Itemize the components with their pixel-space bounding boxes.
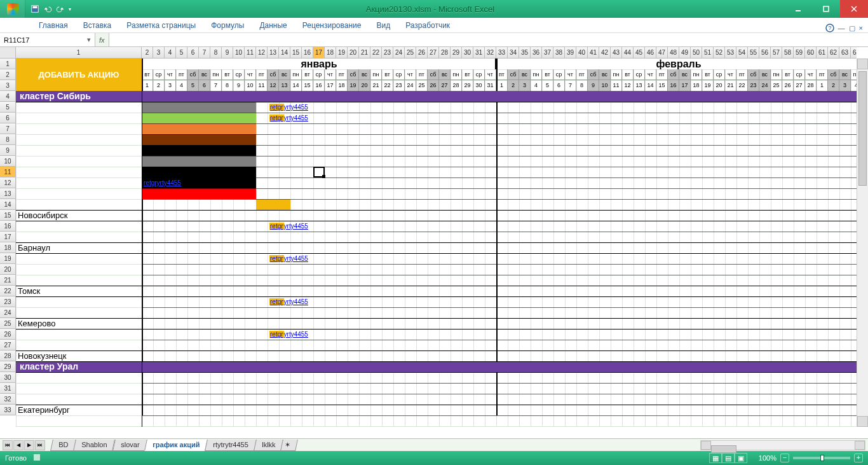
hscroll-thumb[interactable]	[711, 445, 736, 453]
promo-link[interactable]: retgryrty4455	[268, 253, 325, 264]
col-header[interactable]: 20	[348, 47, 359, 59]
zoom-thumb[interactable]	[820, 455, 824, 461]
col-header[interactable]: 35	[519, 47, 531, 59]
col-header[interactable]: 40	[576, 47, 588, 59]
close-button[interactable]	[840, 0, 868, 18]
col-header[interactable]: 43	[611, 47, 622, 59]
col-header[interactable]: 31	[473, 47, 485, 59]
promo-link[interactable]: retgryrty4455	[268, 102, 325, 113]
zoom-out-button[interactable]: −	[780, 454, 789, 462]
row-header[interactable]: 21	[0, 275, 16, 286]
col-header[interactable]: 44	[622, 47, 634, 59]
col-header[interactable]: 25	[405, 47, 416, 59]
col-header[interactable]: 36	[531, 47, 542, 59]
undo-icon[interactable]	[43, 4, 52, 13]
row-header[interactable]: 20	[0, 264, 16, 275]
row-header[interactable]: 26	[0, 329, 16, 340]
sheet-tab[interactable]: rtytrytr4455	[205, 440, 256, 451]
ribbon-tab-formulas[interactable]: Формулы	[204, 18, 251, 32]
redo-icon[interactable]	[56, 4, 65, 13]
col-header[interactable]: 17	[313, 47, 325, 59]
ribbon-tab-view[interactable]: Вид	[369, 18, 397, 32]
fx-button[interactable]: fx	[99, 36, 105, 44]
col-header[interactable]: 33	[496, 47, 508, 59]
ribbon-tab-review[interactable]: Рецензирование	[295, 18, 369, 32]
row-header[interactable]: 23	[0, 296, 16, 307]
maximize-button[interactable]	[812, 0, 840, 18]
sheet-tab[interactable]: график акций	[144, 440, 208, 451]
office-button[interactable]	[0, 0, 25, 18]
col-header[interactable]: 50	[691, 47, 702, 59]
select-all-corner[interactable]	[0, 47, 16, 59]
col-header[interactable]: 14	[279, 47, 290, 59]
col-header[interactable]: 39	[565, 47, 576, 59]
row-header[interactable]: 4	[0, 91, 16, 102]
ribbon-tab-data[interactable]: Данные	[252, 18, 294, 32]
view-pagebreak-button[interactable]: ▣	[735, 453, 747, 463]
col-header[interactable]: 38	[553, 47, 565, 59]
row-header[interactable]: 1	[0, 59, 16, 69]
col-header[interactable]: 1	[16, 47, 142, 59]
sheet-tab[interactable]: slovar	[112, 440, 147, 451]
row-header[interactable]: 29	[0, 361, 16, 372]
grid[interactable]: ДОБАВИТЬ АКЦИЮянварьфевральвт1ср2чт3пт4с…	[16, 59, 857, 427]
row-header[interactable]: 33	[0, 405, 16, 415]
col-header[interactable]: 58	[782, 47, 794, 59]
col-header[interactable]: 62	[828, 47, 839, 59]
row-header[interactable]: 11	[0, 167, 16, 177]
col-header[interactable]: 22	[370, 47, 382, 59]
row-header[interactable]: 25	[0, 318, 16, 329]
sheet-tab[interactable]: BD	[50, 440, 76, 451]
vertical-scrollbar[interactable]	[857, 59, 868, 427]
col-header[interactable]: 13	[268, 47, 279, 59]
zoom-slider[interactable]	[793, 457, 850, 459]
col-header[interactable]: 49	[679, 47, 691, 59]
col-header[interactable]: 56	[759, 47, 771, 59]
help-icon[interactable]: ?	[825, 24, 834, 32]
sheet-tab[interactable]: lklkk	[254, 440, 283, 451]
col-header[interactable]: 3	[153, 47, 165, 59]
ribbon-minimize-icon[interactable]: —	[838, 24, 845, 32]
row-header[interactable]: 12	[0, 177, 16, 188]
tab-nav-next[interactable]: ▶	[24, 440, 34, 450]
col-header[interactable]: 55	[748, 47, 759, 59]
promo-link[interactable]: retgryrty4455	[268, 221, 325, 232]
col-header[interactable]: 57	[771, 47, 782, 59]
row-header[interactable]: 18	[0, 242, 16, 253]
col-header[interactable]: 10	[233, 47, 245, 59]
col-header[interactable]: 32	[485, 47, 496, 59]
save-icon[interactable]	[31, 4, 39, 13]
col-header[interactable]: 46	[645, 47, 656, 59]
col-header[interactable]: 34	[508, 47, 519, 59]
col-header[interactable]: 52	[714, 47, 725, 59]
col-header[interactable]: 6	[187, 47, 199, 59]
col-header[interactable]: 41	[588, 47, 599, 59]
ribbon-window-icon[interactable]: ▢	[849, 24, 855, 32]
row-header[interactable]: 9	[0, 145, 16, 156]
ribbon-tab-layout[interactable]: Разметка страницы	[119, 18, 203, 32]
col-header[interactable]: 28	[439, 47, 451, 59]
hscroll-right-button[interactable]	[855, 441, 865, 450]
ribbon-close-icon[interactable]: ×	[859, 24, 863, 32]
row-header[interactable]: 16	[0, 221, 16, 232]
col-header[interactable]: 42	[599, 47, 611, 59]
col-header[interactable]: 29	[451, 47, 462, 59]
horizontal-scrollbar[interactable]	[700, 440, 865, 450]
row-header[interactable]: 10	[0, 156, 16, 167]
row-header[interactable]: 7	[0, 123, 16, 134]
col-header[interactable]: 24	[393, 47, 405, 59]
vscroll-thumb[interactable]	[858, 71, 867, 186]
row-header[interactable]: 31	[0, 383, 16, 394]
row-header[interactable]: 6	[0, 113, 16, 123]
row-header[interactable]: 19	[0, 253, 16, 264]
col-header[interactable]: 61	[817, 47, 828, 59]
col-header[interactable]: 7	[199, 47, 210, 59]
zoom-in-button[interactable]: +	[854, 454, 863, 462]
row-header[interactable]: 5	[0, 102, 16, 113]
tab-nav-prev[interactable]: ◀	[13, 440, 24, 450]
row-header[interactable]: 13	[0, 188, 16, 199]
namebox-dropdown-icon[interactable]: ▾	[87, 36, 91, 44]
row-header[interactable]: 15	[0, 210, 16, 221]
promo-link[interactable]: retgryrty4455	[268, 296, 325, 307]
col-header[interactable]: 21	[359, 47, 370, 59]
